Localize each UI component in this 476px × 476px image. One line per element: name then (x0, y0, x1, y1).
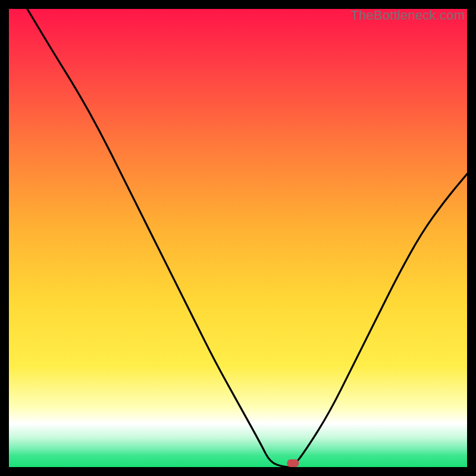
optimal-marker (287, 459, 299, 467)
bottleneck-chart (9, 9, 467, 467)
chart-frame: TheBottleneck.com (9, 9, 467, 467)
watermark-text: TheBottleneck.com (350, 8, 465, 23)
gradient-background (9, 9, 467, 467)
